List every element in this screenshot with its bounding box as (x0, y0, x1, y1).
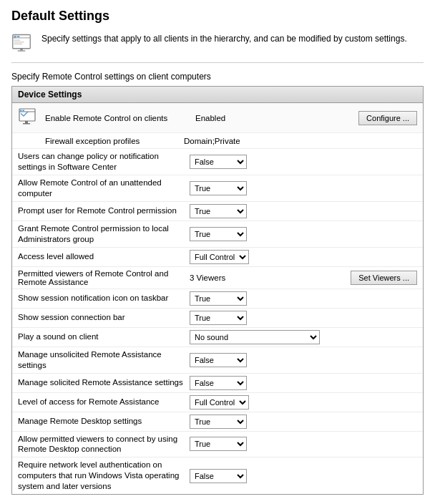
setting-select-1[interactable]: TrueFalse (190, 181, 247, 195)
setting-select-7[interactable]: TrueFalse (190, 311, 247, 325)
setting-select-10[interactable]: TrueFalse (190, 376, 247, 390)
setting-select-12[interactable]: TrueFalse (190, 415, 247, 429)
setting-row-13: Allow permitted viewers to connect by us… (12, 432, 423, 458)
device-settings-box: Device Settings Enable Remote Control on… (11, 86, 424, 495)
viewers-label: Permitted viewers of Remote Control and … (18, 269, 190, 286)
page-container: Default Settings Specify settings that a… (0, 0, 435, 504)
viewers-value: 3 Viewers (190, 273, 345, 282)
header-section: Specify settings that apply to all clien… (11, 31, 424, 63)
enable-row: Enable Remote Control on clients Enabled… (12, 103, 423, 133)
setting-value-1: TrueFalse (190, 181, 417, 195)
svg-rect-8 (18, 50, 26, 51)
setting-select-4[interactable]: Full ControlView Only (190, 250, 249, 264)
setting-row-10: Manage solicited Remote Assistance setti… (12, 374, 423, 393)
enable-value: Enabled (195, 114, 358, 122)
setting-select-6[interactable]: TrueFalse (190, 291, 247, 306)
svg-rect-3 (17, 36, 20, 37)
setting-label-2: Prompt user for Remote Control permissio… (18, 205, 190, 216)
svg-rect-4 (14, 40, 21, 41)
svg-rect-13 (23, 123, 30, 125)
setting-value-6: TrueFalse (190, 291, 417, 306)
setting-row-1: Allow Remote Control of an unattended co… (12, 175, 423, 202)
setting-value-3: TrueFalse (190, 227, 417, 241)
svg-rect-5 (14, 42, 24, 42)
setting-label-4: Access level allowed (18, 251, 190, 262)
setting-select-3[interactable]: TrueFalse (190, 227, 247, 241)
setting-row-3: Grant Remote Control permission to local… (12, 221, 423, 248)
setting-value-9: TrueFalse (190, 353, 417, 367)
setting-label-3: Grant Remote Control permission to local… (18, 223, 190, 245)
firewall-label: Firewall exception profiles (45, 137, 184, 145)
svg-rect-14 (20, 110, 22, 112)
setting-label-12: Manage Remote Desktop settings (18, 416, 190, 427)
setting-select-11[interactable]: Full ControlView Only (190, 395, 249, 410)
setting-select-0[interactable]: TrueFalse (190, 155, 247, 169)
enable-icon (18, 107, 41, 129)
svg-rect-7 (20, 49, 23, 51)
setting-row-6: Show session notification icon on taskba… (12, 289, 423, 309)
setting-value-14: TrueFalse (190, 469, 417, 483)
header-desc: Specify settings that apply to all clien… (41, 31, 407, 44)
setting-value-2: TrueFalse (190, 204, 417, 218)
setting-label-7: Show session connection bar (18, 312, 190, 323)
svg-rect-12 (25, 121, 28, 123)
setting-row-9: Manage unsolicited Remote Assistance set… (12, 347, 423, 374)
setting-row-11: Level of access for Remote AssistanceFul… (12, 393, 423, 412)
setting-value-10: TrueFalse (190, 376, 417, 390)
setting-label-6: Show session notification icon on taskba… (18, 293, 190, 304)
setting-row-7: Show session connection barTrueFalse (12, 309, 423, 328)
setting-label-11: Level of access for Remote Assistance (18, 397, 190, 407)
setting-row-4: Access level allowedFull ControlView Onl… (12, 248, 423, 267)
setting-label-0: Users can change policy or notification … (18, 151, 190, 173)
firewall-row: Firewall exception profiles Domain;Priva… (12, 133, 423, 149)
set-viewers-button[interactable]: Set Viewers ... (351, 271, 417, 285)
setting-row-2: Prompt user for Remote Control permissio… (12, 202, 423, 221)
viewers-row: Permitted viewers of Remote Control and … (12, 267, 423, 289)
setting-value-11: Full ControlView Only (190, 395, 417, 410)
setting-select-13[interactable]: TrueFalse (190, 437, 247, 451)
setting-row-14: Require network level authentication on … (12, 457, 423, 494)
setting-row-0: Users can change policy or notification … (12, 149, 423, 175)
setting-label-9: Manage unsolicited Remote Assistance set… (18, 349, 190, 371)
setting-value-0: TrueFalse (190, 155, 417, 169)
setting-value-7: TrueFalse (190, 311, 417, 325)
setting-value-13: TrueFalse (190, 437, 417, 451)
configure-button[interactable]: Configure ... (358, 111, 417, 125)
setting-value-12: TrueFalse (190, 415, 417, 429)
svg-rect-6 (14, 44, 22, 44)
setting-row-12: Manage Remote Desktop settingsTrueFalse (12, 412, 423, 432)
setting-select-14[interactable]: TrueFalse (190, 469, 247, 483)
setting-select-9[interactable]: TrueFalse (190, 353, 247, 367)
section-subtitle: Specify Remote Control settings on clien… (11, 72, 424, 82)
setting-value-4: Full ControlView Only (190, 250, 417, 264)
setting-label-1: Allow Remote Control of an unattended co… (18, 178, 190, 199)
svg-rect-15 (23, 110, 25, 112)
setting-label-13: Allow permitted viewers to connect by us… (18, 434, 190, 455)
setting-label-14: Require network level authentication on … (18, 460, 190, 492)
setting-row-8: Play a sound on clientNo soundPlay sound… (12, 328, 423, 347)
setting-label-10: Manage solicited Remote Assistance setti… (18, 377, 190, 388)
page-title: Default Settings (11, 9, 424, 24)
setting-value-8: No soundPlay sound on clientPlay sound o… (190, 330, 417, 344)
settings-container: Users can change policy or notification … (12, 149, 423, 494)
device-settings-header: Device Settings (12, 87, 423, 103)
setting-select-2[interactable]: TrueFalse (190, 204, 247, 218)
firewall-value: Domain;Private (184, 137, 240, 145)
setting-label-8: Play a sound on client (18, 331, 190, 342)
setting-select-8[interactable]: No soundPlay sound on clientPlay sound o… (190, 330, 320, 344)
enable-label: Enable Remote Control on clients (45, 114, 195, 122)
settings-icon (11, 32, 34, 55)
